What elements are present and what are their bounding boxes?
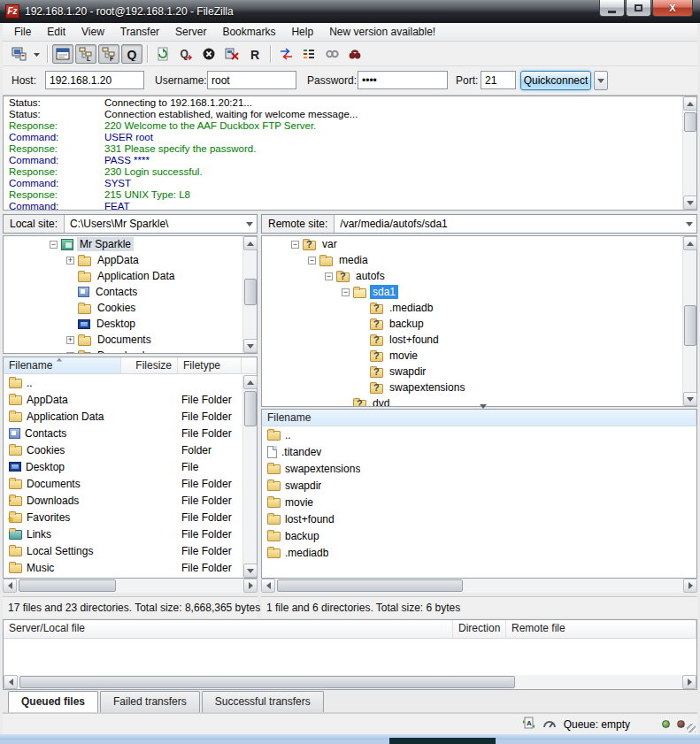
collapse-expander-icon[interactable]: − bbox=[291, 241, 299, 249]
file-row-cookies[interactable]: CookiesFolder bbox=[4, 441, 257, 458]
queue-column-header-server-local-file[interactable]: Server/Local file bbox=[4, 620, 453, 638]
menu-item-view[interactable]: View bbox=[73, 24, 112, 40]
scroll-thumb[interactable] bbox=[244, 391, 257, 426]
tree-item-application-data[interactable]: Application Data bbox=[4, 268, 257, 284]
chevron-down-icon[interactable] bbox=[682, 215, 696, 233]
close-button[interactable]: X bbox=[652, 0, 693, 17]
file-row-lost-found[interactable]: lost+found bbox=[262, 510, 696, 527]
file-row-contacts[interactable]: ContactsFile Folder bbox=[4, 425, 257, 441]
file-row-downloads[interactable]: DownloadsFile Folder bbox=[4, 492, 257, 509]
menu-item-server[interactable]: Server bbox=[167, 24, 214, 40]
scroll-down-button[interactable] bbox=[243, 339, 258, 353]
tree-item-documents[interactable]: +Documents bbox=[4, 332, 257, 348]
scroll-down-button[interactable] bbox=[243, 564, 258, 578]
tab-successful-transfers[interactable]: Successful transfers bbox=[202, 691, 324, 712]
resize-grip[interactable] bbox=[687, 724, 696, 732]
scroll-right-button[interactable] bbox=[682, 675, 696, 689]
file-row-swapextensions[interactable]: swapextensions bbox=[262, 460, 696, 477]
tree-item-desktop[interactable]: Desktop bbox=[4, 316, 257, 332]
remote-list-hscrollbar[interactable] bbox=[261, 579, 697, 593]
menu-item-help[interactable]: Help bbox=[283, 24, 321, 40]
tree-item-movie[interactable]: movie bbox=[262, 348, 696, 364]
file-row-music[interactable]: MusicFile Folder bbox=[4, 559, 257, 576]
file-row-movie[interactable]: movie bbox=[262, 494, 696, 510]
file-row--[interactable]: .. bbox=[262, 426, 696, 443]
remote-site-combobox[interactable]: Remote site: /var/media/autofs/sda1 bbox=[261, 214, 697, 234]
queue-list-body[interactable] bbox=[4, 639, 696, 672]
toggle-remote-tree-button[interactable]: F bbox=[98, 44, 119, 64]
file-row--[interactable]: .. bbox=[4, 374, 257, 391]
file-row-backup[interactable]: backup bbox=[262, 527, 696, 544]
tree-item--mediadb[interactable]: .mediadb bbox=[262, 300, 696, 316]
tab-queued-files[interactable]: Queued files bbox=[8, 691, 98, 712]
tree-item-sda1[interactable]: −sda1 bbox=[262, 284, 696, 300]
collapse-expander-icon[interactable]: − bbox=[325, 272, 333, 280]
site-manager-dropdown-button[interactable] bbox=[31, 44, 42, 64]
expand-expander-icon[interactable]: + bbox=[66, 257, 74, 265]
collapse-expander-icon[interactable]: − bbox=[342, 288, 350, 296]
scroll-left-button[interactable] bbox=[261, 579, 275, 593]
tree-item-lost-found[interactable]: lost+found bbox=[262, 332, 696, 348]
search-button[interactable] bbox=[344, 44, 365, 64]
tree-item-downloads[interactable]: +Downloads bbox=[4, 348, 257, 354]
queue-hscrollbar[interactable] bbox=[4, 675, 696, 689]
scroll-up-button[interactable] bbox=[243, 375, 258, 389]
directory-comparison-button[interactable] bbox=[275, 44, 296, 64]
menu-item-edit[interactable]: Edit bbox=[39, 24, 73, 40]
scroll-thumb[interactable] bbox=[19, 579, 116, 592]
file-row-links[interactable]: LinksFile Folder bbox=[4, 525, 257, 542]
file-row-swapdir[interactable]: swapdir bbox=[262, 477, 696, 494]
scroll-up-button[interactable] bbox=[683, 96, 697, 111]
remote-site-path[interactable]: /var/media/autofs/sda1 bbox=[335, 215, 682, 233]
menu-item-transfer[interactable]: Transfer bbox=[112, 24, 167, 40]
expand-expander-icon[interactable]: + bbox=[66, 336, 74, 344]
menu-item-new-version-available[interactable]: New version available! bbox=[321, 24, 443, 40]
file-row--mediadb[interactable]: .mediadb bbox=[262, 544, 696, 561]
scroll-thumb[interactable] bbox=[684, 112, 696, 132]
column-header-filename[interactable]: Filename bbox=[262, 410, 696, 426]
file-row-desktop[interactable]: DesktopFile bbox=[4, 458, 257, 475]
local-list-scrollbar[interactable] bbox=[242, 375, 257, 578]
maximize-button[interactable] bbox=[626, 0, 651, 17]
remote-tree-scrollbar[interactable] bbox=[682, 236, 696, 406]
tree-item-autofs[interactable]: −autofs bbox=[262, 268, 696, 284]
log-scrollbar[interactable] bbox=[682, 96, 696, 210]
scroll-thumb[interactable] bbox=[244, 279, 257, 305]
quickconnect-button[interactable]: Quickconnect bbox=[520, 71, 591, 90]
local-tree-scrollbar[interactable] bbox=[242, 236, 257, 353]
column-header-filename[interactable]: Filename bbox=[4, 357, 121, 373]
scroll-left-button[interactable] bbox=[3, 579, 17, 593]
synchronized-browsing-button[interactable] bbox=[321, 44, 342, 64]
splitter-collapse-icon[interactable] bbox=[480, 404, 487, 409]
menu-item-bookmarks[interactable]: Bookmarks bbox=[214, 24, 283, 40]
collapse-expander-icon[interactable]: − bbox=[50, 241, 58, 249]
scroll-right-button[interactable] bbox=[243, 579, 258, 593]
toggle-message-log-button[interactable] bbox=[52, 44, 73, 64]
tab-failed-transfers[interactable]: Failed transfers bbox=[100, 691, 200, 712]
file-row-local-settings[interactable]: Local SettingsFile Folder bbox=[4, 542, 257, 559]
scroll-thumb[interactable] bbox=[684, 305, 696, 346]
toggle-local-tree-button[interactable]: L bbox=[75, 44, 96, 64]
disconnect-button[interactable] bbox=[221, 44, 242, 64]
scroll-up-button[interactable] bbox=[243, 236, 258, 250]
tree-item-cookies[interactable]: Cookies bbox=[4, 300, 257, 316]
tree-item-media[interactable]: −media bbox=[262, 252, 696, 268]
file-row-documents[interactable]: DocumentsFile Folder bbox=[4, 475, 257, 492]
username-input[interactable] bbox=[207, 71, 296, 89]
scroll-left-button[interactable] bbox=[4, 675, 18, 689]
port-input[interactable] bbox=[481, 71, 516, 89]
queue-column-header-direction[interactable]: Direction bbox=[453, 620, 506, 638]
file-row-appdata[interactable]: AppDataFile Folder bbox=[4, 391, 257, 408]
tree-item-mr-sparkle[interactable]: −Mr Sparkle bbox=[4, 236, 257, 252]
scroll-down-button[interactable] bbox=[683, 196, 697, 210]
minimize-button[interactable] bbox=[599, 0, 625, 17]
host-input[interactable] bbox=[45, 71, 144, 89]
menu-item-file[interactable]: File bbox=[6, 24, 39, 40]
tree-item-backup[interactable]: backup bbox=[262, 316, 696, 332]
scroll-right-button[interactable] bbox=[683, 579, 697, 593]
tree-item-contacts[interactable]: Contacts bbox=[4, 284, 257, 300]
collapse-expander-icon[interactable]: − bbox=[308, 257, 316, 265]
tree-item-swapextensions[interactable]: swapextensions bbox=[262, 380, 696, 395]
column-header-filesize[interactable]: Filesize bbox=[121, 357, 178, 373]
expand-expander-icon[interactable]: + bbox=[66, 352, 74, 355]
